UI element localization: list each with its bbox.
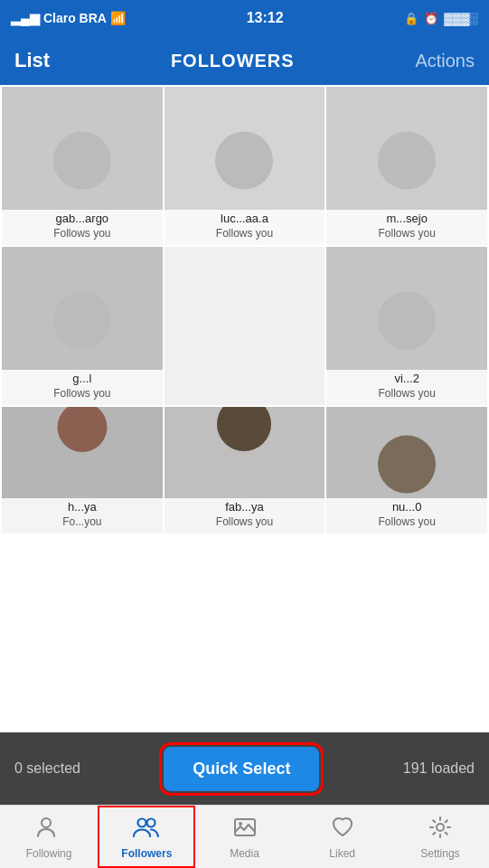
follows-you-label: Follows you — [326, 385, 487, 405]
page-title: FOLLOWERS — [171, 51, 295, 71]
follower-cell[interactable]: luc...aa.a Follows you — [165, 87, 325, 245]
wifi-icon: 📶 — [110, 11, 126, 25]
follows-you-label: Follows you — [165, 514, 325, 533]
status-bar: ▂▄▆ Claro BRA 📶 13:12 🔒 ⏰ ▓▓▓░ — [0, 0, 489, 36]
follows-you-label: Fo...you — [2, 514, 163, 533]
follower-name: h...ya — [2, 498, 163, 514]
follows-you-label: Follows you — [2, 225, 163, 245]
battery-icon: ▓▓▓░ — [444, 12, 478, 25]
svg-point-5 — [437, 824, 444, 831]
list-button[interactable]: List — [14, 49, 50, 72]
signal-icon: ▂▄▆ — [11, 11, 40, 25]
svg-point-1 — [138, 818, 146, 826]
follower-cell[interactable]: h...ya Fo...you — [2, 407, 163, 533]
alarm-icon: ⏰ — [424, 12, 438, 25]
loaded-count-label: 191 loaded — [403, 760, 475, 777]
followers-grid-area: gab...argo Follows you luc...aa.a Follow… — [0, 85, 489, 732]
svg-point-4 — [239, 822, 242, 826]
follows-you-label: Follows you — [326, 514, 487, 533]
follows-you-label: Follows you — [326, 225, 487, 245]
follower-name: luc...aa.a — [165, 210, 325, 225]
tab-settings-label: Settings — [420, 847, 459, 860]
follower-cell[interactable]: m...sejo Follows you — [326, 87, 487, 245]
follower-cell[interactable]: vi...2 Follows you — [326, 247, 487, 405]
follower-name: vi...2 — [326, 370, 487, 385]
app-header: List FOLLOWERS Actions — [0, 36, 489, 85]
tab-followers[interactable]: Followers — [98, 806, 195, 868]
followers-icon — [133, 815, 160, 844]
liked-icon — [330, 815, 355, 844]
follower-cell[interactable]: gab...argo Follows you — [2, 87, 163, 245]
followers-grid: gab...argo Follows you luc...aa.a Follow… — [0, 85, 489, 535]
actions-button[interactable]: Actions — [415, 51, 475, 71]
tab-liked[interactable]: Liked — [294, 806, 391, 868]
status-left: ▂▄▆ Claro BRA 📶 — [11, 11, 126, 25]
tab-followers-label: Followers — [121, 847, 172, 860]
quick-select-button[interactable]: Quick Select — [164, 747, 319, 791]
action-bar: 0 selected Quick Select 191 loaded — [0, 732, 489, 805]
follower-cell[interactable]: nu...0 Follows you — [326, 407, 487, 533]
follower-name: fab...ya — [165, 498, 325, 514]
carrier-label: Claro BRA — [43, 11, 107, 25]
follows-you-label: Follows you — [2, 385, 163, 405]
svg-point-2 — [147, 818, 155, 826]
follower-name: nu...0 — [326, 498, 487, 514]
lock-icon: 🔒 — [404, 12, 418, 25]
follower-cell[interactable]: g...l Follows you — [2, 247, 163, 405]
selected-count-label: 0 selected — [14, 760, 80, 777]
follower-cell-loading — [165, 247, 325, 405]
svg-point-0 — [42, 818, 51, 827]
follower-name: g...l — [2, 370, 163, 385]
settings-icon — [428, 815, 453, 844]
time-display: 13:12 — [247, 10, 284, 26]
tab-bar: Following Followers Media — [0, 805, 489, 868]
following-icon — [36, 815, 61, 844]
status-right: 🔒 ⏰ ▓▓▓░ — [404, 12, 478, 25]
media-icon — [232, 815, 258, 844]
follower-name: m...sejo — [326, 210, 487, 225]
follows-you-label: Follows you — [165, 225, 325, 245]
tab-liked-label: Liked — [329, 847, 355, 860]
tab-settings[interactable]: Settings — [391, 806, 489, 868]
tab-following-label: Following — [26, 847, 72, 860]
tab-media-label: Media — [230, 847, 259, 860]
tab-following[interactable]: Following — [0, 806, 98, 868]
tab-media[interactable]: Media — [195, 806, 293, 868]
follower-name: gab...argo — [2, 210, 163, 225]
follower-cell[interactable]: fab...ya Follows you ↗ — [165, 407, 325, 533]
